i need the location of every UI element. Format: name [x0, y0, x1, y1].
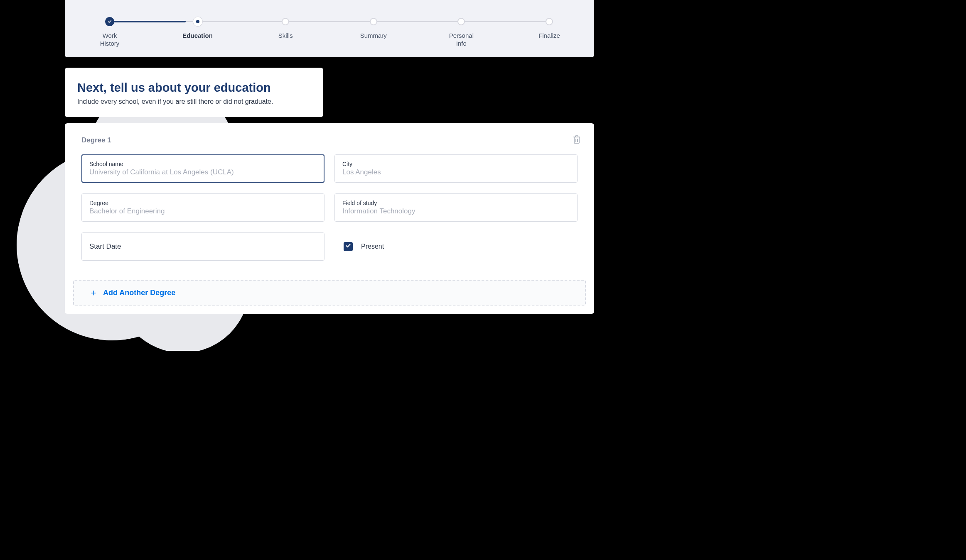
page-header-card: Next, tell us about your education Inclu… [65, 68, 323, 117]
page-title: Next, tell us about your education [77, 81, 311, 95]
field-of-study-field[interactable]: Field of study [334, 193, 578, 222]
step-finalize[interactable]: Finalize [542, 18, 557, 26]
step-dot-icon [193, 17, 202, 26]
step-label: Summary [349, 32, 398, 40]
degree-input[interactable] [89, 207, 317, 215]
step-label: Skills [261, 32, 310, 40]
step-circle-icon [457, 18, 465, 25]
add-another-degree-button[interactable]: ＋ Add Another Degree [73, 280, 586, 306]
present-label: Present [361, 243, 384, 250]
progress-stepper: WorkHistory Education Skills Summary Per… [65, 0, 594, 57]
plus-icon: ＋ [89, 288, 98, 297]
trash-icon [573, 139, 581, 145]
field-label: School name [89, 161, 317, 167]
step-label: Finalize [524, 32, 574, 40]
field-label: City [342, 161, 570, 167]
page-subtitle: Include every school, even if you are st… [77, 98, 311, 105]
check-icon [345, 243, 351, 250]
step-skills[interactable]: Skills [278, 18, 293, 26]
present-checkbox-row: Present [334, 232, 578, 261]
add-degree-label: Add Another Degree [103, 289, 175, 297]
start-date-field[interactable]: Start Date [81, 232, 324, 261]
step-work-history[interactable]: WorkHistory [102, 18, 117, 26]
step-circle-icon [370, 18, 377, 25]
stepper-progress [110, 21, 186, 22]
field-of-study-input[interactable] [342, 207, 570, 215]
city-field[interactable]: City [334, 154, 578, 183]
field-label: Start Date [89, 242, 317, 251]
step-circle-icon [546, 18, 553, 25]
step-label: WorkHistory [85, 32, 135, 48]
field-label: Field of study [342, 200, 570, 206]
degree-section-title: Degree 1 [81, 136, 111, 144]
step-label: Education [173, 32, 223, 40]
step-circle-icon [282, 18, 289, 25]
step-label: PersonalInfo [436, 32, 486, 48]
field-label: Degree [89, 200, 317, 206]
school-name-input[interactable] [89, 168, 317, 176]
step-summary[interactable]: Summary [366, 18, 381, 26]
check-icon [105, 17, 114, 26]
degree-form-card: Degree 1 School name City Degree [65, 123, 594, 314]
step-personal-info[interactable]: PersonalInfo [454, 18, 469, 26]
step-education[interactable]: Education [190, 18, 205, 26]
delete-degree-button[interactable] [571, 133, 583, 147]
city-input[interactable] [342, 168, 570, 176]
school-name-field[interactable]: School name [81, 154, 324, 183]
present-checkbox[interactable] [344, 242, 353, 251]
degree-field[interactable]: Degree [81, 193, 324, 222]
